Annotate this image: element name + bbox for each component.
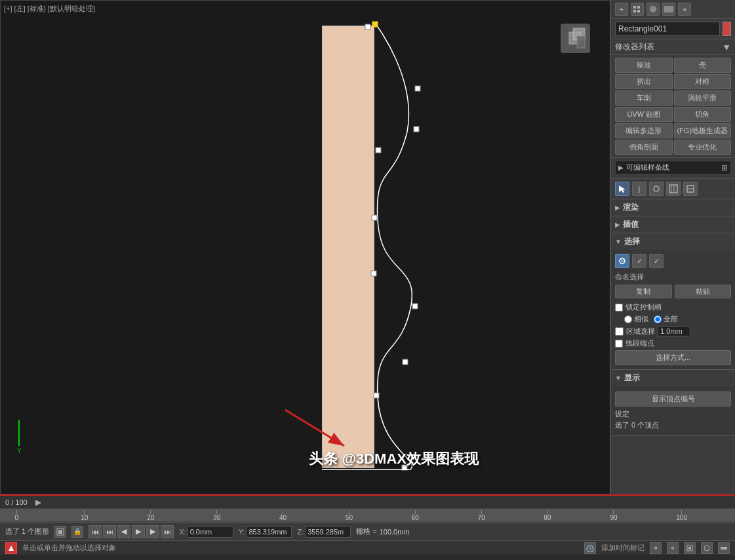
modifier-list-dropdown[interactable]: 修改器列表 ▼ — [611, 39, 735, 55]
show-vertex-num-btn[interactable]: 显示顶点编号 — [615, 391, 731, 407]
main-container: [+] [左] [标准] [默认明暗处理] — [0, 0, 735, 560]
sel-tick2-icon[interactable]: ✓ — [649, 254, 664, 268]
named-sel-label: 命名选择 — [615, 272, 644, 282]
y-input[interactable] — [246, 526, 292, 538]
interpolation-section: ▶ 插值 — [611, 216, 735, 233]
viewport-label: [+] [左] [标准] [默认明暗处理] — [4, 4, 95, 14]
viewport[interactable]: [+] [左] [标准] [默认明暗处理] — [0, 0, 610, 494]
mod-noise-btn[interactable]: 噪波 — [615, 58, 673, 73]
more-btn[interactable]: » — [678, 3, 691, 16]
selection-header[interactable]: ▼ 选择 — [611, 233, 735, 250]
timeline-area: 0 / 100 ▶ 0 10 20 30 40 50 60 70 80 90 1… — [0, 494, 735, 560]
transport-play[interactable]: ▶ — [132, 525, 145, 538]
lock-handle-label: 锁定控制柄 — [626, 302, 662, 312]
similar-radio[interactable] — [624, 315, 632, 323]
interpolation-title: 插值 — [623, 219, 639, 230]
editable-spline-label: 可编辑样条线 — [626, 163, 669, 172]
mod-chamfer-btn[interactable]: 切角 — [674, 107, 732, 122]
key-icon1[interactable]: ⋄ — [650, 542, 662, 554]
mod-turbosmooth-btn[interactable]: 涡轮平滑 — [674, 90, 732, 106]
x-label: X: — [179, 528, 186, 536]
interpolation-header[interactable]: ▶ 插值 — [611, 216, 735, 233]
svg-rect-18 — [637, 6, 640, 9]
region-checkbox[interactable] — [615, 327, 624, 336]
region-row: 区域选择 1.0mm — [615, 326, 731, 336]
tool-vertex[interactable]: | — [632, 182, 646, 196]
timeline-top: 0 / 100 ▶ — [0, 496, 735, 509]
tool-edit[interactable] — [683, 182, 698, 196]
key-icon2[interactable]: ⋄ — [667, 542, 679, 554]
display-tri: ▼ — [615, 374, 622, 382]
editable-spline-item[interactable]: ▶ 可编辑样条线 ⊞ — [615, 161, 731, 174]
sel-tick1-icon[interactable]: ✓ — [632, 254, 646, 268]
segment-end-checkbox[interactable] — [615, 340, 623, 348]
transport-next-frame[interactable]: ▶ — [146, 525, 159, 538]
lock-icon[interactable]: 🔒 — [71, 526, 83, 538]
key-icon4[interactable] — [701, 542, 713, 554]
copy-btn[interactable]: 复制 — [615, 285, 672, 298]
tool-polygon[interactable] — [666, 182, 681, 196]
svg-rect-3 — [372, 22, 378, 27]
add-time-icon[interactable] — [584, 542, 596, 554]
object-name-input[interactable]: Rectangle001 — [615, 22, 720, 36]
svg-rect-7 — [374, 393, 379, 398]
z-label: Z: — [297, 528, 304, 536]
render-header[interactable]: ▶ 渲染 — [611, 199, 735, 216]
selection-section: ▼ 选择 ✓ ✓ 命名选择 — [611, 233, 735, 370]
mod-uvw-btn[interactable]: UVW 贴图 — [615, 107, 673, 122]
tool-select[interactable] — [615, 182, 629, 196]
segment-end-row: 线段端点 — [615, 338, 731, 348]
select-method-btn[interactable]: 选择方式... — [615, 350, 731, 365]
timeline-ruler[interactable]: 0 10 20 30 40 50 60 70 80 90 100 — [0, 509, 735, 522]
region-value-input[interactable]: 1.0mm — [658, 326, 690, 336]
mod-lathe-btn[interactable]: 车削 — [615, 90, 673, 106]
status-icon1[interactable] — [54, 526, 66, 538]
mod-shell-btn[interactable]: 壳 — [674, 58, 732, 73]
viewport-area: [+] [左] [标准] [默认明暗处理] — [0, 0, 735, 494]
transport-prev[interactable]: ⏭ — [103, 525, 116, 538]
svg-rect-25 — [669, 185, 677, 193]
lock-handle-row: 锁定控制柄 — [615, 302, 731, 312]
x-input[interactable] — [188, 526, 233, 538]
display-header[interactable]: ▼ 显示 — [611, 370, 735, 386]
paste-btn[interactable]: 粘贴 — [675, 285, 732, 298]
right-toolbar: + » — [611, 0, 735, 19]
help-icon[interactable] — [5, 542, 17, 554]
transport-start[interactable]: ⏮ — [89, 525, 102, 538]
all-radio[interactable] — [654, 315, 662, 323]
tool-edge[interactable] — [649, 182, 664, 196]
modifier-list-btn[interactable] — [631, 3, 644, 16]
status-bar: 选了 1 个图形 🔒 ⏮ ⏭ ◀ ▶ ▶ ⏭ X: Y: — [0, 522, 735, 540]
similar-radio-label[interactable]: 相似 — [624, 314, 648, 324]
sel-vertex-icon[interactable] — [615, 254, 629, 268]
grid-field: 栅格 = 100.0mm — [356, 527, 409, 536]
grid-label: 栅格 = — [356, 527, 376, 536]
selection-title: 选择 — [624, 236, 640, 247]
key-icon5[interactable] — [718, 542, 730, 554]
transport-prev-frame[interactable]: ◀ — [117, 525, 130, 538]
mod-symmetry-btn[interactable]: 对称 — [674, 74, 732, 89]
timeline-arrow[interactable]: ▶ — [33, 498, 44, 507]
all-radio-label[interactable]: 全部 — [654, 314, 678, 324]
svg-rect-14 — [403, 359, 408, 365]
color-swatch[interactable] — [723, 22, 731, 36]
z-input[interactable] — [305, 526, 351, 538]
selection-status: 选了 1 个图形 — [5, 527, 49, 536]
mod-edpoly-btn[interactable]: 编辑多边形 — [615, 123, 673, 138]
view-btn[interactable] — [646, 3, 660, 16]
y-coord-field: Y: — [239, 526, 292, 538]
key-icon3[interactable] — [684, 542, 696, 554]
mod-prooptimizer-btn[interactable]: 专业优化 — [674, 140, 732, 155]
transport-end[interactable]: ⏭ — [161, 525, 174, 538]
mod-extrude-btn[interactable]: 挤出 — [615, 74, 673, 89]
lock-handle-checkbox[interactable] — [615, 304, 623, 311]
mod-bevel-btn[interactable]: 倒角剖面 — [615, 140, 673, 155]
add-modifier-btn[interactable]: + — [615, 3, 628, 16]
render-btn[interactable] — [662, 3, 675, 16]
mod-floor-btn[interactable]: (FG)地板生成器 — [674, 123, 732, 138]
display-section: ▼ 显示 显示顶点编号 设定 选了 0 个顶点 — [611, 370, 735, 436]
svg-rect-6 — [412, 304, 418, 309]
x-coord-field: X: — [179, 526, 233, 538]
svg-rect-20 — [637, 10, 640, 12]
svg-rect-22 — [664, 6, 673, 12]
